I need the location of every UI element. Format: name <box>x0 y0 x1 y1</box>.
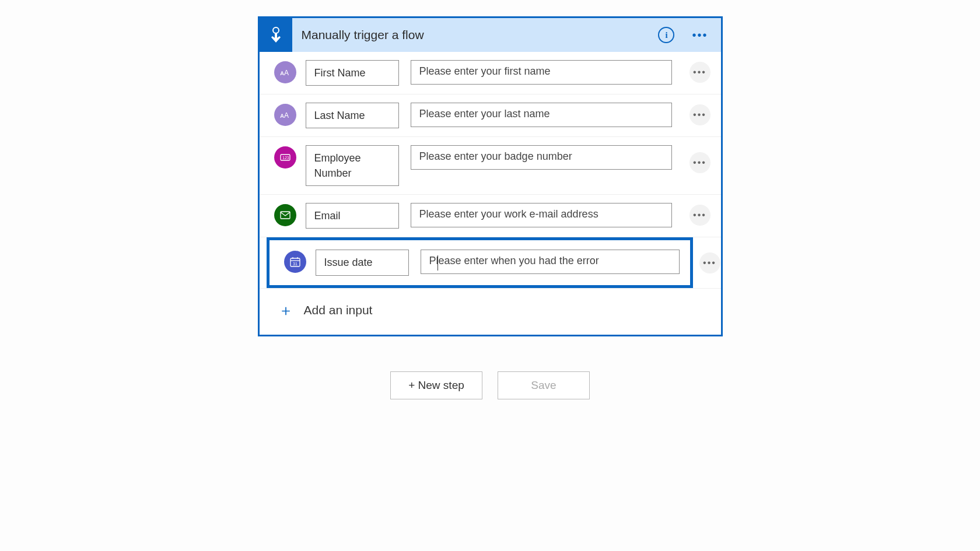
selected-input-frame: 31 Issue date Please enter when you had … <box>267 237 693 287</box>
row-menu-icon[interactable]: ••• <box>699 252 720 273</box>
trigger-card: Manually trigger a flow i ••• ᴀA First N… <box>258 16 723 336</box>
add-input-label: Add an input <box>304 303 373 317</box>
input-label[interactable]: Email <box>306 203 399 229</box>
add-input-button[interactable]: ＋ Add an input <box>260 289 721 335</box>
input-row-email: Email Please enter your work e-mail addr… <box>260 195 721 237</box>
number-type-icon: 123 <box>274 146 296 169</box>
input-label[interactable]: Last Name <box>306 103 399 128</box>
card-header: Manually trigger a flow i ••• <box>260 18 721 52</box>
card-body: ᴀA First Name Please enter your first na… <box>260 52 721 335</box>
row-menu-icon[interactable]: ••• <box>690 104 710 125</box>
info-icon[interactable]: i <box>658 27 674 43</box>
svg-text:ᴀA: ᴀA <box>280 111 289 119</box>
footer-actions: + New step Save <box>390 371 590 399</box>
plus-icon: ＋ <box>278 300 293 321</box>
input-placeholder[interactable]: Please enter your work e-mail address <box>411 203 672 227</box>
manual-trigger-icon <box>260 18 292 52</box>
date-type-icon: 31 <box>284 251 306 273</box>
text-cursor <box>438 255 439 271</box>
header-actions: i ••• <box>658 27 720 43</box>
row-menu-icon[interactable]: ••• <box>690 62 710 83</box>
card-menu-icon[interactable]: ••• <box>692 32 708 38</box>
text-type-icon: ᴀA <box>274 104 296 126</box>
input-placeholder[interactable]: Please enter when you had the error <box>421 250 680 274</box>
card-title: Manually trigger a flow <box>292 28 659 42</box>
svg-point-0 <box>273 27 279 33</box>
row-menu-icon[interactable]: ••• <box>690 205 710 226</box>
save-button[interactable]: Save <box>498 371 590 399</box>
input-label[interactable]: Employee Number <box>306 145 399 186</box>
input-label[interactable]: First Name <box>306 60 399 86</box>
row-menu-icon[interactable]: ••• <box>690 152 710 173</box>
svg-text:31: 31 <box>293 262 298 266</box>
input-row-firstname: ᴀA First Name Please enter your first na… <box>260 52 721 94</box>
email-type-icon <box>274 204 296 226</box>
input-row-issue-date: 31 Issue date Please enter when you had … <box>260 237 721 288</box>
text-type-icon: ᴀA <box>274 61 296 83</box>
input-label[interactable]: Issue date <box>316 250 409 275</box>
input-placeholder[interactable]: Please enter your first name <box>411 60 672 85</box>
input-row-lastname: ᴀA Last Name Please enter your last name… <box>260 94 721 137</box>
svg-text:123: 123 <box>282 156 289 160</box>
input-row-employee-number: 123 Employee Number Please enter your ba… <box>260 137 721 195</box>
svg-text:ᴀA: ᴀA <box>280 69 289 76</box>
input-placeholder[interactable]: Please enter your badge number <box>411 145 672 170</box>
svg-rect-5 <box>281 212 290 219</box>
input-placeholder[interactable]: Please enter your last name <box>411 103 672 127</box>
new-step-button[interactable]: + New step <box>390 371 482 399</box>
